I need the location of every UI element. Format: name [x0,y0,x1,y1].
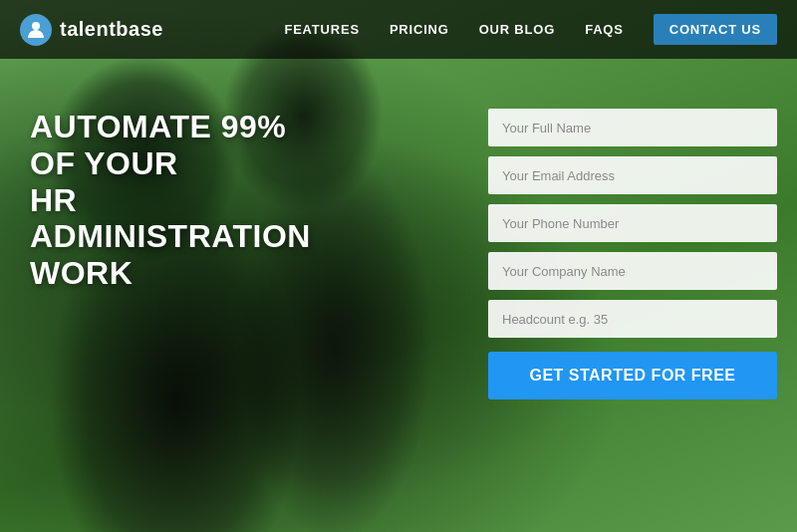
nav-faqs[interactable]: FAQS [585,22,624,37]
logo-text: talentbase [60,18,163,41]
nav-features[interactable]: FEATURES [284,22,360,37]
phone-input[interactable] [488,204,777,242]
nav-pricing[interactable]: PRICING [390,22,449,37]
nav-blog[interactable]: OUR BLOG [479,22,555,37]
nav-links: FEATURES PRICING OUR BLOG FAQS CONTACT U… [284,14,777,45]
signup-form: GET STARTED FOR FREE [478,89,797,419]
navbar: talentbase FEATURES PRICING OUR BLOG FAQ… [0,0,797,59]
get-started-button[interactable]: GET STARTED FOR FREE [488,352,777,399]
headline-area: AUTOMATE 99% OF YOUR HR ADMINISTRATION W… [0,89,478,312]
main-content: AUTOMATE 99% OF YOUR HR ADMINISTRATION W… [0,59,797,532]
email-input[interactable] [488,156,777,194]
full-name-input[interactable] [488,109,777,146]
company-input[interactable] [488,252,777,290]
nav-contact[interactable]: CONTACT US [654,14,777,45]
logo-area: talentbase [20,14,284,46]
logo-icon [20,14,52,46]
svg-point-0 [32,22,40,30]
headcount-input[interactable] [488,300,777,338]
hero-headline: AUTOMATE 99% OF YOUR HR ADMINISTRATION W… [30,109,309,292]
